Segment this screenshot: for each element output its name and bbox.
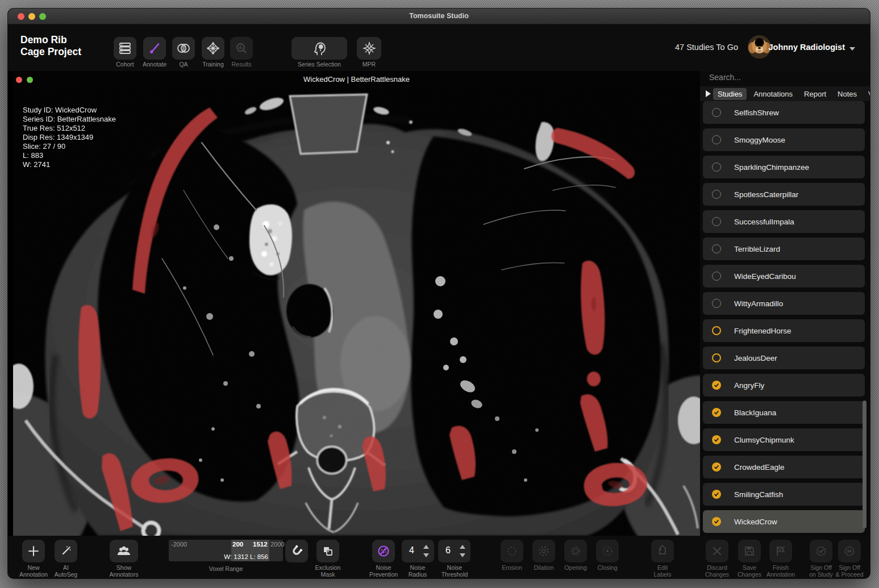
tag-icon <box>656 545 669 557</box>
study-status-done-icon <box>712 517 721 526</box>
edit-labels-button[interactable] <box>651 540 674 562</box>
noise-threshold-stepper[interactable]: 6 <box>438 540 470 562</box>
study-name-label: SparklingChimpanzee <box>734 163 809 172</box>
stepper-down-icon[interactable] <box>460 553 465 557</box>
avatar[interactable] <box>748 35 771 59</box>
noise-radius-value: 4 <box>409 545 414 556</box>
new-annotation-button[interactable] <box>22 540 45 562</box>
study-list-item[interactable]: SpotlessCaterpillar <box>703 183 865 206</box>
results-magnifier-icon <box>235 41 248 55</box>
cohort-button[interactable] <box>114 37 136 60</box>
slice-info-overlay: Study ID: WickedCrow Series ID: BetterRa… <box>23 106 116 169</box>
study-list-item[interactable]: SparklingChimpanzee <box>703 156 865 178</box>
sidebar-tab-bar: StudiesAnnotationsReportNotesVF <box>700 86 870 101</box>
dilation-button[interactable] <box>532 540 555 562</box>
checkered-flag-icon <box>774 545 787 557</box>
study-list-item[interactable]: AngryFly <box>703 374 865 397</box>
voxel-range-low-handle[interactable]: 200 <box>232 541 243 548</box>
bottom-toolbar: New Annotation AI AutoSeg Show Annot <box>8 536 870 578</box>
window-titlebar: Tomosuite Studio <box>8 9 870 24</box>
study-name-label: FrightenedHorse <box>734 327 791 335</box>
ct-image[interactable]: Study ID: WickedCrow Series ID: BetterRa… <box>13 88 700 536</box>
tab-annotations[interactable]: Annotations <box>749 88 797 100</box>
sign-off-study-button[interactable] <box>810 540 832 562</box>
study-list-item[interactable]: WickedCrow <box>703 510 865 533</box>
annotate-button[interactable] <box>143 37 166 60</box>
closing-label: Closing <box>590 564 624 571</box>
series-selection-head-icon <box>312 40 327 56</box>
user-name[interactable]: Johnny Radiologist <box>768 43 845 52</box>
finish-annotation-label: Finish Annotation <box>761 564 801 578</box>
dilation-label: Dilation <box>527 564 561 571</box>
noise-prevention-button[interactable] <box>372 540 395 562</box>
overlay-level: L: 883 <box>23 151 116 160</box>
study-name-label: CrowdedEagle <box>734 463 785 472</box>
exclusion-mask-icon <box>322 545 334 557</box>
overlay-series-id: Series ID: BetterRattlesnake <box>23 115 116 124</box>
study-name-label: AngryFly <box>734 381 764 390</box>
study-list-item[interactable]: WideEyedCaribou <box>703 265 865 287</box>
voxel-range-slider[interactable]: -2000 200 1512 2000 W: 1312 L: 856 <box>169 540 283 561</box>
show-annotators-button[interactable] <box>110 540 138 562</box>
qa-button[interactable] <box>172 37 195 60</box>
training-button[interactable] <box>202 37 224 60</box>
tab-vf[interactable]: VF <box>864 88 870 100</box>
series-selection-label: Series Selection <box>280 61 359 68</box>
study-list-item[interactable]: SmilingCatfish <box>703 483 865 506</box>
opening-button[interactable] <box>564 540 587 562</box>
study-list-item[interactable]: CrowdedEagle <box>703 456 865 478</box>
finish-annotation-button[interactable] <box>769 540 792 562</box>
overlay-slice: Slice: 27 / 90 <box>23 142 116 151</box>
results-button[interactable] <box>230 37 253 60</box>
sign-off-proceed-button[interactable] <box>838 540 861 562</box>
voxel-range-max: 2000 <box>270 541 284 548</box>
noise-radius-stepper[interactable]: 4 <box>402 540 434 562</box>
stepper-down-icon[interactable] <box>423 553 429 557</box>
search-row <box>700 71 870 86</box>
study-list-item[interactable]: SmoggyMoose <box>703 128 865 151</box>
voxel-range-high-handle[interactable]: 1512 <box>253 541 268 548</box>
study-status-open-icon <box>712 190 721 199</box>
study-list-item[interactable]: TerribleLizard <box>703 237 865 260</box>
study-status-open-icon <box>712 135 721 144</box>
study-list-item[interactable]: FrightenedHorse <box>703 319 865 342</box>
studies-to-go-counter: 47 Studies To Go <box>675 43 738 52</box>
study-list-item[interactable]: BlackIguana <box>703 401 865 424</box>
series-selection-button[interactable] <box>291 37 347 60</box>
ai-autoseg-label: AI AutoSeg <box>47 564 85 578</box>
study-list-item[interactable]: ClumsyChipmunk <box>703 428 865 451</box>
scrollbar-thumb[interactable] <box>863 401 866 528</box>
study-list-item[interactable]: JealousDeer <box>703 347 865 369</box>
viewer-title: WickedCrow | BetterRattlesnake <box>13 75 700 84</box>
study-list-item[interactable]: WittyArmadillo <box>703 292 865 315</box>
play-icon[interactable] <box>706 90 711 97</box>
study-name-label: SmoggyMoose <box>734 136 785 144</box>
save-changes-button[interactable] <box>738 540 761 562</box>
noise-threshold-value: 6 <box>445 545 451 556</box>
stepper-up-icon[interactable] <box>460 545 465 549</box>
opening-label: Opening <box>559 564 593 571</box>
study-status-done-icon <box>712 408 721 417</box>
voxel-range-caption: Voxel Range <box>169 565 283 572</box>
close-x-icon <box>711 545 723 557</box>
erosion-button[interactable] <box>501 540 523 562</box>
mpr-button[interactable] <box>357 37 381 60</box>
closing-icon <box>601 545 614 557</box>
tab-studies[interactable]: Studies <box>713 88 747 100</box>
tab-report[interactable]: Report <box>799 88 831 100</box>
exclusion-mask-button[interactable] <box>316 540 339 562</box>
study-list-item[interactable]: SuccessfulImpala <box>703 210 865 233</box>
tab-notes[interactable]: Notes <box>833 88 861 100</box>
chevron-down-icon[interactable] <box>849 47 855 51</box>
stepper-up-icon[interactable] <box>423 545 429 549</box>
discard-changes-button[interactable] <box>706 540 728 562</box>
mpr-label: MPR <box>351 61 387 68</box>
search-input[interactable] <box>709 73 857 82</box>
closing-button[interactable] <box>596 540 619 562</box>
study-list-item[interactable]: SelfishShrew <box>703 101 865 124</box>
overlay-true-res: True Res: 512x512 <box>23 124 116 133</box>
ai-autoseg-button[interactable] <box>55 540 77 562</box>
magnet-snap-button[interactable] <box>285 540 308 562</box>
study-status-open-icon <box>712 272 721 281</box>
badge-forward-icon <box>843 545 856 557</box>
